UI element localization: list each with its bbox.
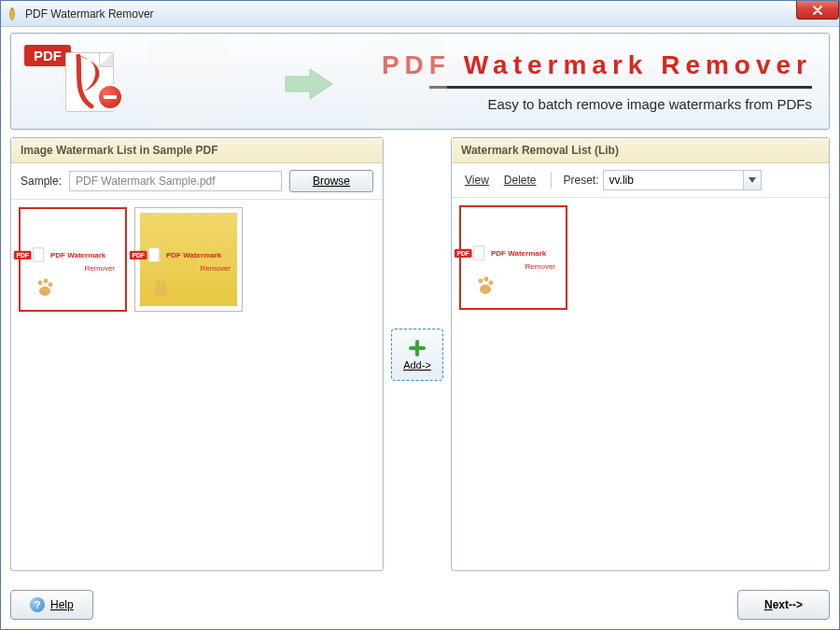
removal-thumb-list: PDFPDF WatermarkRemover bbox=[452, 198, 829, 570]
chevron-down-icon bbox=[749, 177, 756, 183]
main-area: Image Watermark List in Sample PDF Sampl… bbox=[10, 137, 830, 571]
app-window: PDF Watermark Remover PDF bbox=[0, 0, 840, 630]
mini-subtitle: Remover bbox=[471, 262, 555, 271]
sample-label: Sample: bbox=[21, 175, 62, 188]
preset-dropdown-button[interactable] bbox=[743, 170, 762, 190]
add-button-label: Add-> bbox=[403, 359, 431, 371]
thumb-preview: PDFPDF WatermarkRemover bbox=[140, 213, 237, 306]
mini-pdf-chip: PDF bbox=[130, 250, 147, 259]
tagline: Easy to batch remove image watermarks fr… bbox=[487, 96, 812, 112]
plus-icon bbox=[408, 339, 427, 357]
next-button-label: Next--> bbox=[764, 598, 803, 611]
panel-sample-watermarks: Image Watermark List in Sample PDF Sampl… bbox=[10, 137, 384, 571]
next-button[interactable]: Next--> bbox=[737, 590, 830, 620]
mini-pdf-chip: PDF bbox=[455, 248, 472, 257]
preset-label: Preset: bbox=[563, 174, 598, 187]
pdf-badge-label: PDF bbox=[24, 45, 71, 66]
arrow-right-icon bbox=[282, 65, 336, 105]
title-underline bbox=[429, 86, 812, 89]
svg-point-10 bbox=[480, 285, 491, 294]
mini-pdf-icon: PDF bbox=[14, 247, 44, 261]
banner: PDF PDF Watermark Remover Easy to batch … bbox=[10, 33, 830, 130]
svg-point-1 bbox=[38, 281, 43, 286]
footer: ? Help Next--> bbox=[10, 590, 830, 620]
svg-point-5 bbox=[156, 280, 160, 284]
ghost-page-icon bbox=[147, 35, 235, 128]
watermark-thumb[interactable]: PDFPDF WatermarkRemover bbox=[459, 205, 567, 310]
watermark-thumb[interactable]: PDFPDF WatermarkRemover bbox=[134, 207, 243, 312]
close-icon bbox=[812, 6, 823, 15]
ghost-page-icon bbox=[361, 35, 450, 128]
mini-title: PDF Watermark bbox=[166, 252, 250, 260]
browse-button[interactable]: Browse bbox=[289, 170, 373, 192]
mini-subtitle: Remover bbox=[147, 264, 231, 273]
center-column: Add-> bbox=[384, 137, 451, 571]
paw-icon bbox=[474, 274, 497, 297]
panel-sample-header: Image Watermark List in Sample PDF bbox=[11, 138, 383, 163]
titlebar: PDF Watermark Remover bbox=[1, 1, 839, 27]
add-button[interactable]: Add-> bbox=[391, 329, 443, 381]
help-icon: ? bbox=[30, 597, 45, 612]
svg-point-3 bbox=[49, 283, 53, 287]
mini-document-icon bbox=[473, 245, 484, 259]
svg-point-2 bbox=[44, 279, 49, 284]
mini-pdf-icon: PDF bbox=[130, 247, 160, 261]
toolbar-divider bbox=[551, 172, 552, 189]
svg-point-0 bbox=[11, 7, 14, 10]
panel-removal-header: Watermark Removal List (Lib) bbox=[452, 138, 829, 163]
thumb-preview: PDFPDF WatermarkRemover bbox=[465, 211, 562, 304]
mini-document-icon bbox=[33, 247, 44, 261]
browse-button-label: Browse bbox=[313, 175, 350, 188]
remove-minus-icon bbox=[97, 84, 123, 110]
svg-point-7 bbox=[479, 279, 483, 284]
close-button[interactable] bbox=[796, 1, 839, 20]
banner-left: PDF bbox=[11, 34, 382, 129]
panel-removal-list: Watermark Removal List (Lib) View Delete… bbox=[451, 137, 830, 571]
mini-title: PDF Watermark bbox=[50, 252, 134, 260]
help-button[interactable]: ? Help bbox=[10, 590, 93, 620]
thumb-preview: PDFPDF WatermarkRemover bbox=[24, 213, 121, 306]
removal-toolbar: View Delete Preset: bbox=[452, 163, 829, 198]
svg-point-9 bbox=[489, 281, 494, 286]
svg-point-6 bbox=[161, 280, 165, 284]
window-title: PDF Watermark Remover bbox=[25, 7, 154, 21]
help-button-label: Help bbox=[50, 598, 74, 611]
svg-point-8 bbox=[484, 277, 489, 282]
sample-path-input[interactable] bbox=[69, 171, 282, 191]
svg-point-4 bbox=[39, 287, 50, 296]
view-button[interactable]: View bbox=[461, 174, 493, 187]
delete-button[interactable]: Delete bbox=[500, 174, 540, 187]
hand-icon bbox=[149, 276, 172, 299]
mini-pdf-icon: PDF bbox=[455, 245, 484, 259]
app-title: PDF Watermark Remover bbox=[382, 50, 812, 80]
watermark-thumb[interactable]: PDFPDF WatermarkRemover bbox=[19, 207, 127, 312]
preset-input[interactable] bbox=[603, 170, 743, 190]
preset-group: Preset: bbox=[563, 170, 761, 190]
paw-icon bbox=[34, 276, 56, 299]
mini-title: PDF Watermark bbox=[491, 250, 575, 259]
mini-subtitle: Remover bbox=[31, 264, 115, 273]
pdf-badge-icon: PDF bbox=[24, 41, 136, 121]
sample-toolbar: Sample: Browse bbox=[11, 163, 383, 200]
sample-thumb-list: PDFPDF WatermarkRemoverPDFPDF WatermarkR… bbox=[11, 200, 383, 570]
mini-document-icon bbox=[148, 247, 160, 261]
app-icon bbox=[5, 7, 20, 21]
preset-combo bbox=[603, 170, 762, 190]
mini-pdf-chip: PDF bbox=[14, 250, 32, 259]
